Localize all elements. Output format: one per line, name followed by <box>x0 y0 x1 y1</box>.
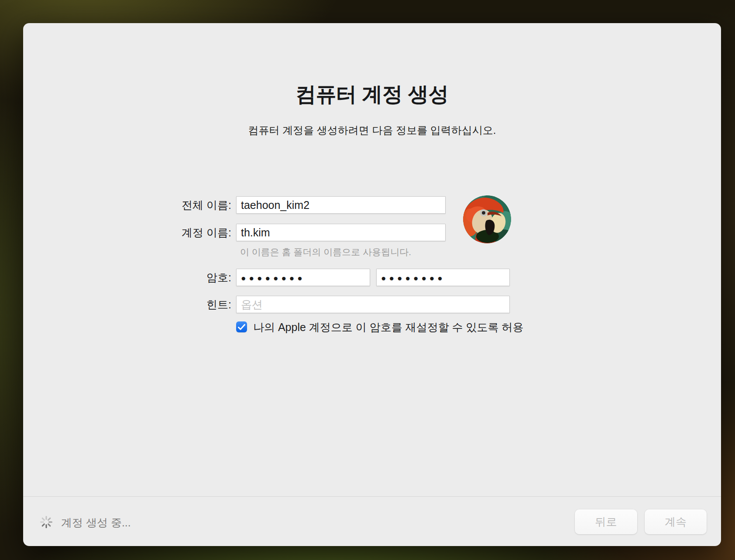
account-name-helper: 이 이름은 홈 폴더의 이름으로 사용됩니다. <box>240 246 411 258</box>
progress-spinner-icon <box>39 515 53 529</box>
desktop-background: { "window": { "title": "컴퓨터 계정 생성", "sub… <box>0 0 735 560</box>
password-verify-input[interactable] <box>376 269 510 286</box>
account-name-label: 계정 이름: <box>127 226 231 239</box>
hint-label: 힌트: <box>127 298 231 311</box>
hint-input[interactable] <box>236 296 510 313</box>
password-input[interactable] <box>236 269 370 286</box>
footer-divider <box>23 496 721 497</box>
full-name-input[interactable] <box>236 196 446 214</box>
parrot-avatar-image <box>463 195 511 243</box>
full-name-label: 전체 이름: <box>127 198 231 212</box>
password-label: 암호: <box>127 271 231 284</box>
back-button[interactable]: 뒤로 <box>575 509 637 534</box>
account-name-input[interactable] <box>236 224 446 241</box>
status-text: 계정 생성 중... <box>61 516 131 529</box>
apple-reset-checkbox[interactable] <box>236 321 247 332</box>
page-subtitle: 컴퓨터 계정을 생성하려면 다음 정보를 입력하십시오. <box>23 123 721 137</box>
account-avatar[interactable] <box>463 195 511 243</box>
create-account-dialog: 컴퓨터 계정 생성 컴퓨터 계정을 생성하려면 다음 정보를 입력하십시오. 전… <box>23 23 721 546</box>
page-title: 컴퓨터 계정 생성 <box>23 81 721 108</box>
continue-button[interactable]: 계속 <box>645 509 707 534</box>
checkmark-icon <box>238 324 245 330</box>
apple-reset-checkbox-label: 나의 Apple 계정으로 이 암호를 재설정할 수 있도록 허용 <box>253 321 524 333</box>
